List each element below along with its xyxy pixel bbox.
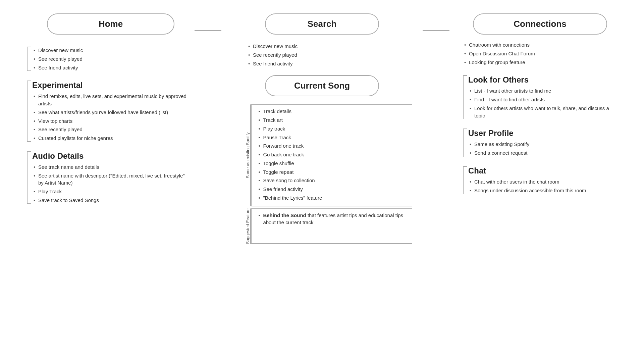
lfo-item-1: List - I want other artists to find me (470, 87, 617, 95)
audio-items-list: See track name and details See artist na… (34, 163, 188, 204)
same-item-6: Go back one track (258, 151, 412, 158)
search-item-1: Discover new music (248, 43, 298, 50)
chat-list: Chat with other users in the chat room S… (470, 178, 617, 194)
right-column: Connections Chatroom with connections Op… (449, 13, 624, 199)
suggested-item: Behind the Sound that features artist ti… (258, 212, 412, 227)
audio-item-3: Play Track (34, 188, 188, 195)
chat-item-2: Songs under discussion accessible from t… (470, 187, 617, 194)
chat-title: Chat (468, 166, 617, 176)
audio-item-1: See track name and details (34, 163, 188, 171)
conn-item-2: Open Discussion Chat Forum (464, 50, 617, 57)
look-for-others-section: Look for Others List - I want other arti… (463, 75, 617, 119)
columns-container: Home Discover new music See recently pla… (20, 13, 624, 244)
lfo-item-3: Look for others artists who want to talk… (470, 105, 617, 119)
exp-item-5: Curated playlists for niche genres (34, 135, 188, 142)
same-item-10: See friend activity (258, 186, 412, 193)
experimental-items-list: Find remixes, edits, live sets, and expe… (34, 93, 188, 142)
same-item-2: Track art (258, 116, 412, 124)
connections-pill: Connections (473, 13, 607, 35)
up-item-1: Same as existing Spotify (470, 141, 617, 148)
suggested-items-list: Behind the Sound that features artist ti… (257, 209, 412, 231)
same-item-1: Track details (258, 108, 412, 115)
middle-column: Search Discover new music See recently p… (221, 13, 423, 244)
experimental-title: Experimental (32, 81, 188, 90)
suggested-label: Suggested Feature (243, 208, 251, 244)
home-title: Home (58, 19, 164, 29)
same-as-content: Track details Track art Play track Pause… (251, 104, 412, 206)
audio-details-section: Audio Details See track name and details… (27, 151, 188, 204)
user-profile-section: User Profile Same as existing Spotify Se… (463, 129, 617, 157)
exp-item-1: Find remixes, edits, live sets, and expe… (34, 93, 188, 107)
exp-item-2: See what artists/friends you've followed… (34, 109, 188, 116)
experimental-section: Experimental Find remixes, edits, live s… (27, 81, 188, 142)
home-items-list: Discover new music See recently played S… (34, 47, 188, 71)
left-column: Home Discover new music See recently pla… (20, 13, 195, 212)
same-as-label: Same as existing Spotify (243, 104, 251, 206)
connections-items-list: Chatroom with connections Open Discussio… (464, 41, 617, 66)
same-item-4: Pause Track (258, 134, 412, 141)
suggested-content: Behind the Sound that features artist ti… (251, 208, 412, 244)
lfo-item-2: Find - I want to find other artists (470, 96, 617, 103)
same-as-items-list: Track details Track art Play track Pause… (257, 105, 412, 205)
search-item-3: See friend activity (248, 60, 298, 67)
exp-item-3: View top charts (34, 117, 188, 125)
audio-item-2: See artist name with descriptor ("Edited… (34, 172, 188, 187)
home-item-3: See friend activity (34, 64, 188, 71)
search-title: Search (276, 19, 368, 29)
chat-section: Chat Chat with other users in the chat r… (463, 166, 617, 194)
conn-item-1: Chatroom with connections (464, 41, 617, 49)
home-item-2: See recently played (34, 55, 188, 63)
current-song-pill: Current Song (265, 75, 379, 96)
same-item-11: "Behind the Lyrics" feature (258, 194, 412, 202)
audio-title: Audio Details (32, 151, 188, 161)
search-items-list: Discover new music See recently played S… (248, 43, 298, 68)
look-for-others-list: List - I want other artists to find me F… (470, 87, 617, 119)
user-profile-title: User Profile (468, 129, 617, 138)
same-item-3: Play track (258, 125, 412, 133)
up-item-2: Send a connect request (470, 149, 617, 157)
home-item-1: Discover new music (34, 47, 188, 54)
page: Home Discover new music See recently pla… (0, 0, 644, 350)
user-profile-list: Same as existing Spotify Send a connect … (470, 141, 617, 157)
same-item-9: Save song to collection (258, 177, 412, 184)
audio-item-4: Save track to Saved Songs (34, 197, 188, 204)
suggested-bold: Behind the Sound (263, 212, 306, 218)
current-song-title: Current Song (276, 81, 368, 91)
home-pill: Home (47, 13, 174, 35)
search-item-2: See recently played (248, 51, 298, 59)
chat-item-1: Chat with other users in the chat room (470, 178, 617, 186)
same-item-8: Toggle repeat (258, 168, 412, 176)
conn-item-3: Looking for group feature (464, 59, 617, 66)
suggested-section: Suggested Feature Behind the Sound that … (239, 208, 412, 244)
search-pill: Search (265, 13, 379, 35)
same-item-7: Toggle shuffle (258, 160, 412, 167)
exp-item-4: See recently played (34, 126, 188, 133)
same-as-section: Same as existing Spotify Track details T… (239, 104, 412, 206)
look-for-others-title: Look for Others (468, 75, 617, 85)
same-item-5: Forward one track (258, 142, 412, 150)
home-section: Discover new music See recently played S… (27, 47, 188, 71)
connections-title: Connections (484, 19, 596, 29)
